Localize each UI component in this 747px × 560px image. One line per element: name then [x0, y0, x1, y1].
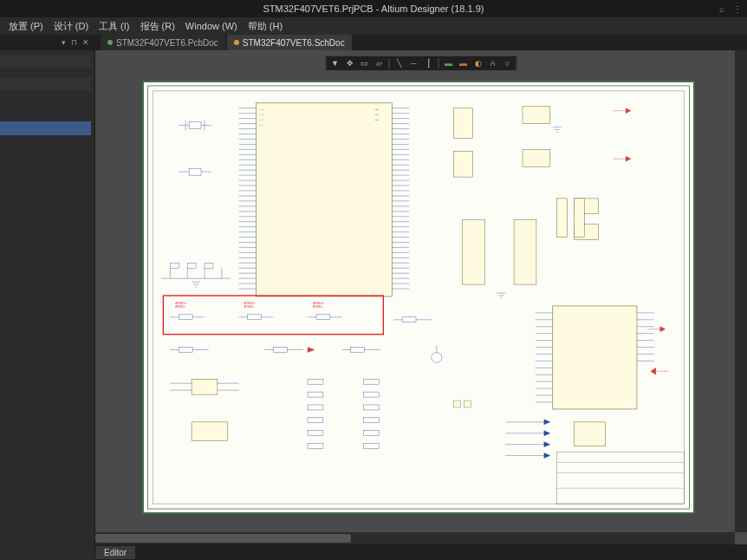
bus-icon[interactable]: ┃ [422, 57, 436, 69]
svg-rect-108 [463, 220, 485, 284]
svg-rect-149 [351, 348, 365, 353]
svg-text:PA1: PA1 [259, 108, 263, 111]
svg-rect-104 [523, 107, 550, 124]
highlight-icon[interactable]: ◐ [471, 57, 485, 69]
svg-text:PA4: PA4 [259, 124, 263, 127]
menu-tools[interactable]: 工具 (I) [95, 20, 133, 33]
svg-rect-118 [189, 122, 201, 129]
svg-rect-175 [454, 400, 461, 407]
sch-icon [234, 40, 239, 45]
svg-rect-186 [557, 199, 568, 238]
svg-rect-109 [514, 220, 536, 284]
tab-pcbdoc[interactable]: STM32F407VET6.PcbDoc [101, 35, 225, 50]
tab-label: STM32F407VET6.PcbDoc [116, 38, 218, 48]
schematic-sheet[interactable]: APM32x1APM32x APM32x1APM32x APM32x1APM32… [142, 81, 695, 514]
svg-rect-79 [553, 306, 637, 409]
search-global-icon[interactable]: ⌕ [716, 3, 728, 15]
svg-marker-188 [626, 108, 631, 114]
footer-bar: Editor [95, 544, 747, 560]
svg-rect-168 [308, 444, 323, 449]
window-title: STM32F407VET6.PrjPCB - Altium Designer (… [263, 3, 484, 14]
svg-rect-103 [454, 151, 473, 177]
panel-pin-icon[interactable]: ⊓ [69, 38, 79, 47]
svg-marker-178 [544, 420, 550, 425]
clear-icon[interactable]: ○ [501, 57, 515, 69]
svg-marker-184 [544, 453, 550, 459]
svg-marker-180 [544, 431, 550, 436]
svg-rect-157 [192, 379, 218, 394]
net-icon[interactable]: ╲ [393, 57, 406, 69]
text-icon[interactable]: A [486, 57, 500, 69]
share-icon[interactable]: ⋮ [731, 3, 744, 15]
svg-rect-2 [557, 453, 685, 505]
schematic-canvas[interactable]: ▼ ✥ ▭ ▱ ╲ ─ ┃ ▬ ▬ ◐ A ○ [95, 50, 747, 544]
select-icon[interactable]: ▭ [358, 57, 372, 69]
move-icon[interactable]: ✥ [343, 57, 357, 69]
svg-rect-167 [308, 431, 323, 436]
svg-rect-185 [575, 422, 606, 446]
svg-rect-176 [464, 400, 471, 407]
menu-design[interactable]: 设计 (D) [50, 20, 92, 33]
horizontal-scrollbar[interactable] [95, 532, 735, 544]
svg-rect-145 [273, 348, 287, 353]
active-bar: ▼ ✥ ▭ ▱ ╲ ─ ┃ ▬ ▬ ◐ A ○ [326, 55, 517, 71]
pcb-icon [107, 40, 113, 45]
svg-rect-126 [163, 296, 383, 335]
main-menu: 放置 (P) 设计 (D) 工具 (I) 报告 (R) Window (W) 帮… [0, 17, 747, 35]
svg-text:PA2: PA2 [259, 114, 263, 116]
filter-icon[interactable]: ▼ [328, 57, 342, 69]
svg-text:PB1: PB1 [374, 108, 379, 111]
svg-rect-123 [189, 168, 201, 175]
svg-marker-194 [651, 368, 656, 374]
separator [389, 58, 390, 68]
svg-rect-163 [308, 379, 323, 384]
svg-marker-182 [544, 442, 550, 447]
svg-marker-192 [660, 327, 666, 332]
svg-rect-111 [187, 263, 196, 268]
svg-rect-0 [148, 86, 690, 509]
wire-icon[interactable]: ─ [407, 57, 421, 69]
lasso-icon[interactable]: ▱ [373, 57, 386, 69]
window-titlebar: STM32F407VET6.PrjPCB - Altium Designer (… [0, 0, 747, 17]
svg-point-155 [432, 352, 442, 362]
document-tabs: STM32F407VET6.PcbDoc STM32F407VET6.SchDo… [95, 35, 747, 50]
menu-window[interactable]: Window (W) [182, 21, 241, 31]
svg-rect-110 [170, 263, 179, 268]
svg-rect-169 [364, 379, 380, 384]
svg-text:PB2: PB2 [374, 114, 379, 116]
menu-reports[interactable]: 报告 (R) [137, 20, 179, 33]
polygon-icon[interactable]: ▬ [442, 57, 456, 69]
svg-rect-102 [454, 108, 473, 139]
panel-row[interactable] [0, 55, 91, 68]
editor-tab[interactable]: Editor [95, 546, 135, 559]
svg-text:PA3: PA3 [259, 119, 263, 121]
vertical-scrollbar[interactable] [735, 50, 747, 532]
scrollbar-thumb[interactable] [95, 534, 351, 543]
svg-rect-171 [364, 405, 380, 410]
svg-rect-170 [364, 392, 380, 397]
svg-rect-166 [308, 418, 323, 423]
svg-rect-142 [179, 348, 192, 353]
region-icon[interactable]: ▬ [457, 57, 471, 69]
svg-rect-127 [179, 315, 192, 320]
svg-rect-172 [364, 418, 380, 423]
svg-rect-165 [308, 405, 323, 410]
svg-text:APM32x: APM32x [313, 305, 323, 309]
panel-close-icon[interactable]: ✕ [81, 38, 91, 47]
svg-rect-112 [205, 263, 213, 268]
menu-help[interactable]: 帮助 (H) [244, 20, 286, 33]
panel-dropdown-icon[interactable]: ▾ [60, 38, 68, 47]
svg-rect-173 [364, 431, 380, 436]
svg-rect-152 [402, 317, 416, 322]
tab-schdoc[interactable]: STM32F407VET6.SchDoc [227, 35, 352, 50]
panel-header: ▾ ⊓ ✕ [0, 35, 94, 50]
left-panel: ▾ ⊓ ✕ [0, 35, 95, 560]
svg-marker-148 [308, 348, 315, 353]
menu-place[interactable]: 放置 (P) [5, 20, 47, 33]
separator [438, 58, 439, 68]
svg-rect-130 [248, 315, 262, 320]
svg-marker-190 [626, 156, 631, 161]
panel-row[interactable] [0, 78, 91, 90]
panel-row-selected[interactable] [0, 121, 91, 135]
panel-body [0, 50, 94, 560]
